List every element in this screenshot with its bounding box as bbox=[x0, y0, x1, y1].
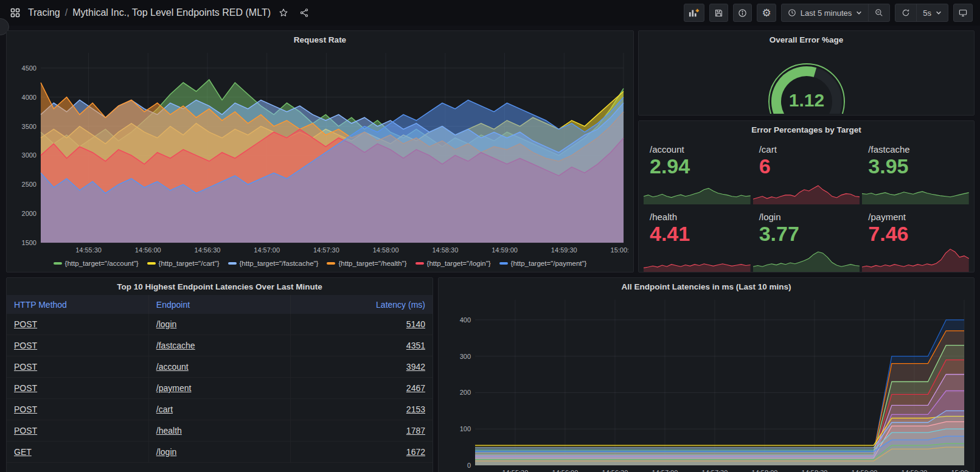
stat-tile-health[interactable]: /health4.41 bbox=[644, 207, 751, 272]
time-controls: Last 5 minutes bbox=[781, 4, 891, 22]
table-row: POST/login5140 bbox=[7, 314, 433, 335]
stat-label: /fastcache bbox=[862, 139, 969, 154]
table-cell-link[interactable]: GET bbox=[14, 447, 32, 457]
panel-title[interactable]: All Endpoint Latencies in ms (Last 10 mi… bbox=[445, 279, 968, 295]
svg-text:14:58:30: 14:58:30 bbox=[432, 246, 458, 254]
legend-label: {http_target="/fastcache"} bbox=[240, 260, 319, 267]
table-cell-link[interactable]: POST bbox=[14, 383, 37, 393]
stat-value: 7.46 bbox=[862, 222, 969, 245]
legend-swatch bbox=[415, 262, 424, 265]
legend-item[interactable]: {http_target="/cart"} bbox=[147, 260, 220, 267]
stat-tile-account[interactable]: /account2.94 bbox=[644, 139, 751, 204]
stat-tile-fastcache[interactable]: /fastcache3.95 bbox=[862, 139, 969, 204]
legend-item[interactable]: {http_target="/payment"} bbox=[499, 260, 587, 267]
refresh-button[interactable] bbox=[895, 4, 916, 21]
stat-sparkline bbox=[753, 178, 860, 204]
table-cell-link[interactable]: POST bbox=[14, 404, 37, 414]
star-icon[interactable] bbox=[276, 5, 291, 21]
panel-title[interactable]: Overall Error %age bbox=[645, 32, 968, 48]
tv-mode-button[interactable] bbox=[953, 4, 973, 22]
dashboard-toolbar: ⚙ Last 5 minutes bbox=[684, 4, 973, 22]
panel-title[interactable]: Error Percentages by Target bbox=[644, 122, 969, 138]
panel-overall-error: Overall Error %age 1.12 bbox=[638, 30, 975, 116]
table-cell-link[interactable]: /login bbox=[156, 319, 176, 329]
panel-title[interactable]: Request Rate bbox=[13, 32, 627, 48]
stat-label: /cart bbox=[753, 139, 860, 154]
table-cell-link[interactable]: POST bbox=[14, 341, 37, 350]
table-cell-link[interactable]: /fastcache bbox=[156, 341, 195, 350]
monitor-icon bbox=[958, 9, 968, 18]
svg-text:14:55:30: 14:55:30 bbox=[502, 469, 529, 472]
latency-table: HTTP MethodEndpointLatency (ms) POST/log… bbox=[7, 295, 433, 463]
stat-value: 3.77 bbox=[753, 222, 860, 245]
svg-text:14:56:00: 14:56:00 bbox=[552, 469, 579, 472]
table-cell-link[interactable]: /account bbox=[156, 362, 189, 372]
share-icon[interactable] bbox=[296, 5, 312, 21]
save-dashboard-button[interactable] bbox=[709, 4, 728, 22]
chevron-down-icon bbox=[936, 10, 942, 16]
refresh-icon bbox=[902, 9, 910, 17]
table-cell-link[interactable]: 3942 bbox=[406, 362, 425, 372]
breadcrumb-dashboard-title[interactable]: Mythical Inc., Top Level Endpoints RED (… bbox=[72, 7, 271, 18]
breadcrumb-app[interactable]: Tracing bbox=[28, 7, 60, 18]
table-cell-link[interactable]: 4351 bbox=[406, 341, 425, 350]
table-cell-link[interactable]: 1672 bbox=[406, 447, 425, 457]
gauge-value: 1.12 bbox=[788, 90, 824, 110]
table-cell-link[interactable]: POST bbox=[14, 319, 37, 329]
table-cell-link[interactable]: POST bbox=[14, 362, 37, 372]
svg-text:14:59:00: 14:59:00 bbox=[852, 469, 878, 472]
table-cell-link[interactable]: 5140 bbox=[406, 319, 425, 329]
overall-error-gauge[interactable]: 1.12 bbox=[645, 48, 968, 114]
stat-label: /health bbox=[644, 207, 751, 222]
panel-error-percentages: Error Percentages by Target /account2.94… bbox=[638, 120, 975, 272]
gear-icon: ⚙ bbox=[762, 8, 771, 18]
legend-swatch bbox=[147, 262, 156, 265]
table-cell-link[interactable]: 2467 bbox=[406, 383, 425, 393]
time-range-picker[interactable]: Last 5 minutes bbox=[782, 4, 869, 21]
legend-swatch bbox=[228, 262, 237, 265]
table-cell-link[interactable]: POST bbox=[14, 426, 37, 436]
apps-grid-icon[interactable] bbox=[7, 5, 23, 21]
dashboard-insights-button[interactable] bbox=[733, 4, 752, 22]
all-latencies-chart[interactable]: 010020030040014:55:3014:56:0014:56:3014:… bbox=[445, 295, 968, 472]
legend-item[interactable]: {http_target="/health"} bbox=[327, 260, 406, 267]
legend-item[interactable]: {http_target="/account"} bbox=[54, 260, 139, 267]
refresh-interval-dropdown[interactable]: 5s bbox=[916, 4, 948, 21]
legend-item[interactable]: {http_target="/login"} bbox=[415, 260, 491, 267]
zoom-out-button[interactable] bbox=[868, 4, 889, 21]
panel-request-rate: Request Rate 150020002500300035004000450… bbox=[6, 30, 634, 272]
stat-label: /account bbox=[644, 139, 751, 154]
legend-swatch bbox=[54, 262, 62, 265]
table-cell-link[interactable]: /login bbox=[156, 447, 176, 457]
panel-title[interactable]: Top 10 Highest Endpoint Latencies Over L… bbox=[7, 279, 433, 295]
stat-tile-cart[interactable]: /cart6 bbox=[753, 139, 860, 204]
svg-text:14:57:30: 14:57:30 bbox=[313, 246, 339, 254]
svg-text:4500: 4500 bbox=[22, 64, 36, 72]
stat-tile-login[interactable]: /login3.77 bbox=[753, 207, 860, 272]
table-cell-link[interactable]: 2153 bbox=[406, 404, 425, 414]
refresh-controls: 5s bbox=[895, 4, 948, 22]
column-header-latency-ms-[interactable]: Latency (ms) bbox=[291, 295, 433, 314]
request-rate-chart[interactable]: 150020002500300035004000450014:55:3014:5… bbox=[13, 48, 627, 256]
dashboard-settings-button[interactable]: ⚙ bbox=[757, 4, 776, 22]
time-range-label: Last 5 minutes bbox=[801, 9, 852, 18]
table-cell-link[interactable]: /cart bbox=[156, 404, 173, 414]
top-bar: Tracing / Mythical Inc., Top Level Endpo… bbox=[0, 0, 980, 26]
clock-icon bbox=[788, 9, 796, 17]
table-cell-link[interactable]: /health bbox=[156, 426, 182, 436]
legend-swatch bbox=[499, 262, 508, 265]
legend-item[interactable]: {http_target="/fastcache"} bbox=[228, 260, 319, 267]
svg-text:200: 200 bbox=[460, 389, 471, 396]
table-row: GET/login1672 bbox=[7, 442, 433, 463]
svg-text:0: 0 bbox=[467, 462, 471, 469]
svg-text:14:58:00: 14:58:00 bbox=[373, 246, 399, 254]
svg-text:400: 400 bbox=[460, 316, 471, 324]
table-cell-link[interactable]: /payment bbox=[156, 383, 192, 393]
svg-text:14:57:30: 14:57:30 bbox=[702, 469, 728, 472]
column-header-endpoint[interactable]: Endpoint bbox=[148, 295, 290, 314]
column-header-http-method[interactable]: HTTP Method bbox=[7, 295, 148, 314]
stat-tile-payment[interactable]: /payment7.46 bbox=[862, 207, 969, 272]
table-cell-link[interactable]: 1787 bbox=[406, 426, 425, 436]
add-panel-button[interactable] bbox=[684, 4, 704, 22]
zoom-out-icon bbox=[875, 9, 883, 17]
